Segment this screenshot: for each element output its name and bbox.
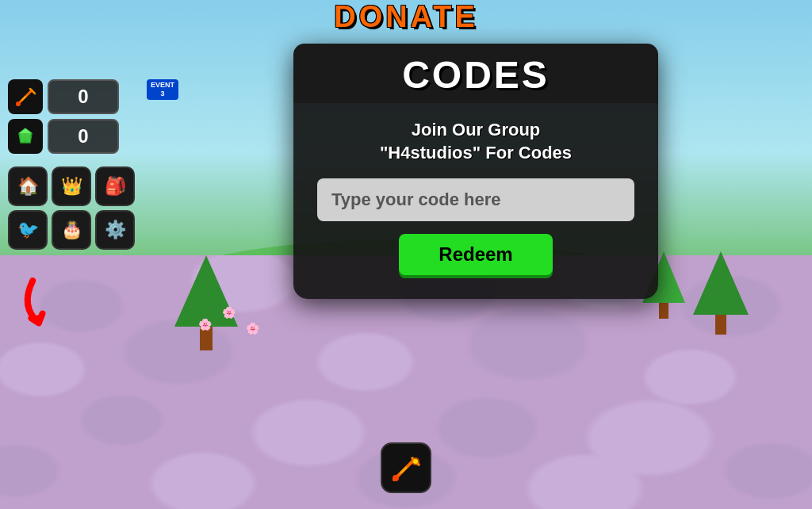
sword-count: 0 xyxy=(48,79,119,114)
crown-button[interactable]: 👑 xyxy=(52,166,91,206)
backpack-button[interactable]: 🎒 xyxy=(95,166,135,206)
svg-line-3 xyxy=(22,97,25,100)
codes-header: CODES xyxy=(293,44,658,103)
tree-right xyxy=(693,247,749,335)
gem-count: 0 xyxy=(48,119,119,154)
home-button[interactable]: 🏠 xyxy=(8,166,48,206)
gem-row: 0 xyxy=(8,119,119,154)
twitter-button[interactable]: 🐦 xyxy=(8,210,48,250)
code-input[interactable] xyxy=(317,178,634,221)
svg-line-12 xyxy=(401,468,406,473)
hud-buttons: 🏠 👑 🎒 🐦 🎂 ⚙️ xyxy=(8,166,135,250)
event-badge: EVENT 3 xyxy=(147,79,178,100)
event-label: EVENT xyxy=(151,81,174,89)
codes-modal: CODES Join Our Group"H4studios" For Code… xyxy=(293,44,658,299)
code-input-wrapper xyxy=(293,178,658,221)
tree-left xyxy=(174,255,238,350)
codes-subtitle: Join Our Group"H4studios" For Codes xyxy=(293,111,658,178)
event-number: 3 xyxy=(161,90,165,98)
redeem-button[interactable]: Redeem xyxy=(399,234,552,275)
sword-icon xyxy=(8,79,43,114)
sword-row: 0 xyxy=(8,79,119,114)
settings-button[interactable]: ⚙️ xyxy=(95,210,135,250)
bottom-center-icon[interactable] xyxy=(381,442,431,493)
cake-button[interactable]: 🎂 xyxy=(52,210,91,250)
svg-point-11 xyxy=(393,475,399,481)
codes-group-name: "H4studios" For Codes xyxy=(380,143,572,163)
codes-title: CODES xyxy=(309,53,642,97)
svg-marker-5 xyxy=(19,128,32,133)
flower-3: 🌸 xyxy=(198,318,212,331)
hud-panel: 0 0 xyxy=(8,79,119,154)
flower-2: 🌸 xyxy=(246,322,259,335)
svg-point-14 xyxy=(413,459,418,464)
donate-sign: DONATE xyxy=(334,0,478,34)
svg-point-2 xyxy=(16,101,21,106)
gem-icon xyxy=(8,119,43,154)
flower-1: 🌸 xyxy=(222,306,236,319)
